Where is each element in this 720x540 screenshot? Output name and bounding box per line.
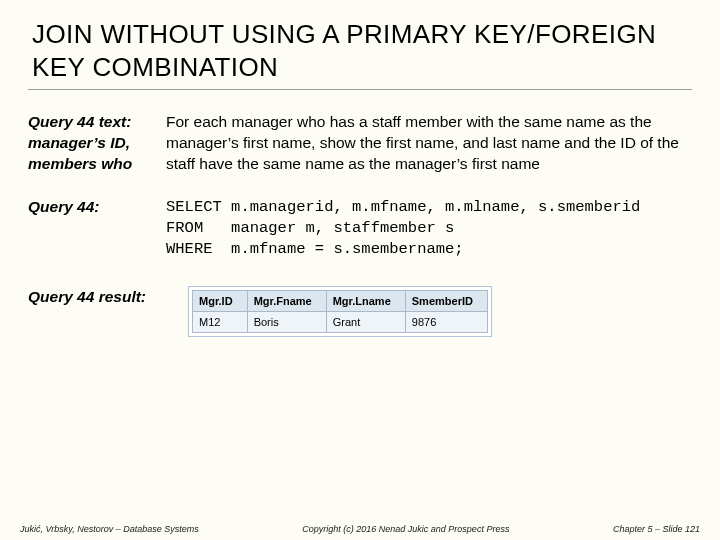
result-table-container: Mgr.ID Mgr.Fname Mgr.Lname SmemberID M12…: [188, 286, 492, 337]
footer-right: Chapter 5 – Slide 121: [613, 524, 700, 534]
table-row: M12 Boris Grant 9876: [193, 311, 488, 332]
col-header: SmemberID: [405, 290, 487, 311]
query-text-body: For each manager who has a staff member …: [166, 112, 692, 175]
col-header: Mgr.ID: [193, 290, 248, 311]
query-text-label: Query 44 text: manager’s ID, members who: [28, 112, 166, 175]
cell: Grant: [326, 311, 405, 332]
query-sql: SELECT m.managerid, m.mfname, m.mlname, …: [166, 197, 640, 260]
col-header: Mgr.Lname: [326, 290, 405, 311]
cell: Boris: [247, 311, 326, 332]
col-header: Mgr.Fname: [247, 290, 326, 311]
footer-center: Copyright (c) 2016 Nenad Jukic and Prosp…: [302, 524, 509, 534]
query-result-label: Query 44 result:: [28, 286, 188, 306]
query-text-block: Query 44 text: manager’s ID, members who…: [28, 112, 692, 175]
slide: JOIN WITHOUT USING A PRIMARY KEY/FOREIGN…: [0, 0, 720, 540]
footer-left: Jukić, Vrbsky, Nestorov – Database Syste…: [20, 524, 199, 534]
query-sql-label: Query 44:: [28, 197, 166, 218]
query-result-block: Query 44 result: Mgr.ID Mgr.Fname Mgr.Ln…: [28, 286, 692, 337]
result-table: Mgr.ID Mgr.Fname Mgr.Lname SmemberID M12…: [192, 290, 488, 333]
footer: Jukić, Vrbsky, Nestorov – Database Syste…: [0, 524, 720, 534]
cell: M12: [193, 311, 248, 332]
slide-title: JOIN WITHOUT USING A PRIMARY KEY/FOREIGN…: [28, 18, 692, 90]
cell: 9876: [405, 311, 487, 332]
query-sql-block: Query 44: SELECT m.managerid, m.mfname, …: [28, 197, 692, 260]
